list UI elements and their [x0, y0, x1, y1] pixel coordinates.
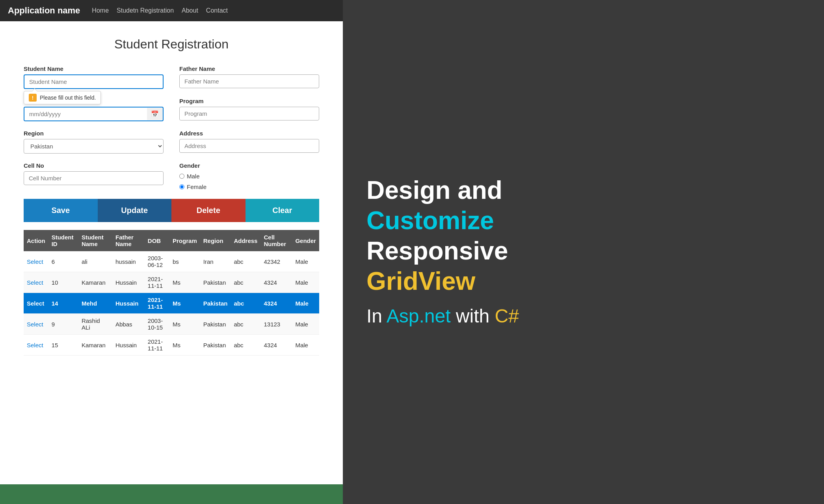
table-row: Select15KamaranHussain2021-11-11MsPakist… [24, 335, 319, 356]
validation-message: Please fill out this field. [40, 94, 96, 101]
data-cell: 2003-10-15 [145, 314, 169, 335]
calendar-icon[interactable]: 📅 [147, 108, 163, 120]
student-grid: Action Student ID Student Name Father Na… [24, 230, 319, 356]
action-cell[interactable]: Select [24, 335, 48, 356]
dob-input-wrapper: 📅 [24, 107, 164, 121]
col-student-name: Student Name [78, 230, 112, 251]
col-region: Region [200, 230, 231, 251]
promo-with: with [456, 306, 489, 326]
col-father-name: Father Name [112, 230, 145, 251]
father-name-label: Father Name [179, 65, 319, 72]
gender-female-option[interactable]: Female [179, 183, 319, 190]
nav-registration[interactable]: Studetn Registration [117, 7, 174, 14]
data-cell: abc [231, 335, 260, 356]
col-student-id: Student ID [48, 230, 78, 251]
data-cell: 2021-11-11 [145, 272, 169, 293]
form-row-1: Student Name ! Please fill out this fiel… [24, 65, 319, 89]
col-gender: Gender [292, 230, 319, 251]
father-name-input[interactable] [179, 74, 319, 88]
data-cell: abc [231, 272, 260, 293]
gender-female-label: Female [187, 183, 206, 190]
gender-radio-group: Male Female [179, 171, 319, 190]
program-input[interactable] [179, 107, 319, 120]
nav-contact[interactable]: Contact [206, 7, 228, 14]
right-panel: Design and Customize Responsive GridView… [343, 0, 824, 504]
form-row-3: Region Pakistan Address [24, 130, 319, 154]
data-cell: Hussain [112, 293, 145, 314]
data-cell: 4324 [260, 293, 292, 314]
select-link[interactable]: Select [27, 321, 43, 328]
data-cell: abc [231, 251, 260, 272]
nav-home[interactable]: Home [92, 7, 109, 14]
data-cell: Pakistan [200, 272, 231, 293]
table-row: Select14MehdHussain2021-11-11MsPakistana… [24, 293, 319, 314]
save-button[interactable]: Save [24, 199, 98, 222]
data-cell: 10 [48, 272, 78, 293]
gender-male-option[interactable]: Male [179, 173, 319, 180]
region-select[interactable]: Pakistan [24, 139, 164, 154]
table-row: Select9Rashid ALiAbbas2003-10-15MsPakist… [24, 314, 319, 335]
data-cell: Mehd [78, 293, 112, 314]
table-row: Select6alihussain2003-06-12bsIranabc4234… [24, 251, 319, 272]
select-link[interactable]: Select [27, 279, 43, 286]
data-cell: Hussain [112, 335, 145, 356]
gender-female-radio[interactable] [179, 184, 184, 189]
data-cell: Pakistan [200, 293, 231, 314]
data-cell: Ms [169, 272, 200, 293]
father-name-group: Father Name [179, 65, 319, 89]
select-link[interactable]: Select [27, 258, 43, 265]
select-link[interactable]: Select [27, 300, 44, 307]
page-title: Student Registration [24, 37, 319, 52]
data-cell: ali [78, 251, 112, 272]
address-label: Address [179, 130, 319, 137]
data-cell: Male [292, 251, 319, 272]
action-cell[interactable]: Select [24, 251, 48, 272]
clear-button[interactable]: Clear [246, 199, 320, 222]
grid-header: Action Student ID Student Name Father Na… [24, 230, 319, 251]
left-panel: Application name Home Studetn Registrati… [0, 0, 343, 504]
cell-no-input[interactable] [24, 171, 164, 185]
main-content: Student Registration Student Name ! Plea… [0, 21, 343, 484]
nav-links: Home Studetn Registration About Contact [92, 7, 228, 14]
gender-male-label: Male [187, 173, 200, 180]
data-cell: Ms [169, 293, 200, 314]
student-name-input[interactable] [24, 74, 164, 89]
promo-aspnet: Asp.net [387, 306, 451, 326]
promo-customize: Customize [366, 206, 494, 235]
data-cell: Pakistan [200, 335, 231, 356]
data-cell: 42342 [260, 251, 292, 272]
validation-tooltip: ! Please fill out this field. [24, 91, 101, 104]
student-name-group: Student Name ! Please fill out this fiel… [24, 65, 164, 89]
gender-male-radio[interactable] [179, 174, 184, 179]
data-cell: 2003-06-12 [145, 251, 169, 272]
warning-icon: ! [29, 94, 37, 102]
action-cell[interactable]: Select [24, 272, 48, 293]
data-cell: Ms [169, 335, 200, 356]
form-row-4: Cell No Gender Male Female [24, 162, 319, 190]
data-cell: Kamaran [78, 335, 112, 356]
col-dob: DOB [145, 230, 169, 251]
data-cell: Hussain [112, 272, 145, 293]
gender-label: Gender [179, 162, 319, 169]
nav-about[interactable]: About [182, 7, 198, 14]
data-cell: 6 [48, 251, 78, 272]
address-input[interactable] [179, 139, 319, 153]
col-address: Address [231, 230, 260, 251]
action-cell[interactable]: Select [24, 293, 48, 314]
app-brand[interactable]: Application name [8, 6, 80, 16]
promo-subtext: In Asp.net with C# [366, 304, 800, 328]
data-cell: 13123 [260, 314, 292, 335]
data-cell: 14 [48, 293, 78, 314]
update-button[interactable]: Update [98, 199, 172, 222]
data-cell: bs [169, 251, 200, 272]
delete-button[interactable]: Delete [171, 199, 246, 222]
select-link[interactable]: Select [27, 342, 43, 348]
dob-input[interactable] [24, 107, 147, 120]
promo-gridview: GridView [366, 267, 475, 295]
navbar: Application name Home Studetn Registrati… [0, 0, 343, 21]
grid-body: Select6alihussain2003-06-12bsIranabc4234… [24, 251, 319, 356]
action-cell[interactable]: Select [24, 314, 48, 335]
promo-responsive: Responsive [366, 237, 508, 265]
cell-no-label: Cell No [24, 162, 164, 169]
data-cell: 15 [48, 335, 78, 356]
